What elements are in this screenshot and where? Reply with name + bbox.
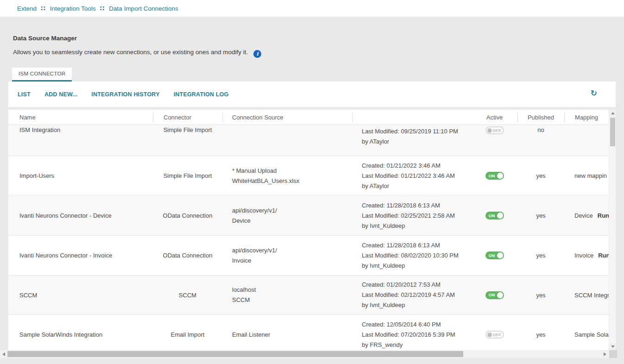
scroll-up-icon[interactable] xyxy=(609,110,616,117)
date-line: by Ivnt_Kuldeep xyxy=(362,300,472,310)
date-line: Last Modified: 07/20/2016 5:39 PM xyxy=(362,330,472,340)
toggle-knob xyxy=(487,333,492,337)
cell-connection-source: Email Listener xyxy=(222,330,352,340)
cell-connection-source: * Manual Upload WhiteHatBLA_Users.xlsx xyxy=(222,166,352,186)
mapping-run-link[interactable]: Run xyxy=(598,252,609,259)
mapping-label: Invoice xyxy=(574,252,593,259)
refresh-icon[interactable]: ↻ xyxy=(591,89,597,97)
source-line: localhost xyxy=(232,285,352,295)
date-line: by ATaylor xyxy=(362,181,472,191)
horizontal-scrollbar-thumb[interactable] xyxy=(7,351,463,357)
connections-table: Name Connector Connection Source Active … xyxy=(8,110,616,350)
date-line: Created: 01/20/2012 7:53 AM xyxy=(362,280,472,290)
date-line: Created: 01/21/2022 3:46 AM xyxy=(362,161,472,171)
column-header-active[interactable]: Active xyxy=(472,114,517,121)
date-line: by ATaylor xyxy=(362,137,472,147)
date-line: by Ivnt_Kuldeep xyxy=(362,221,472,231)
cell-published: yes xyxy=(517,212,564,219)
date-line: Last Modified: 01/21/2022 3:46 AM xyxy=(362,171,472,181)
toggle-knob xyxy=(497,213,503,219)
column-header-mapping[interactable]: Mapping xyxy=(564,114,609,121)
cell-mapping: new mappin xyxy=(564,172,609,179)
date-line: Created: 11/28/2018 6:13 AM xyxy=(362,240,472,251)
mapping-label: Sample Sola xyxy=(574,331,609,338)
scroll-right-icon[interactable] xyxy=(601,350,608,358)
page-description: Allows you to seamlessly create new conn… xyxy=(13,49,261,58)
table-row[interactable]: Ivanti Neurons Connector - Invoice OData… xyxy=(8,236,609,276)
toggle-knob xyxy=(497,173,503,179)
breadcrumb-link-extend[interactable]: Extend xyxy=(17,5,37,12)
toggle-state-label: ON xyxy=(489,213,495,218)
cell-mapping: Sample Sola xyxy=(564,331,609,338)
active-toggle[interactable]: ON xyxy=(485,172,504,180)
date-line: Last Modified: 02/12/2019 4:57 AM xyxy=(362,290,472,300)
column-header-published[interactable]: Published xyxy=(517,114,564,121)
cell-connector: Email Import xyxy=(153,331,222,338)
vertical-scrollbar-thumb[interactable] xyxy=(610,118,615,146)
toggle-state-label: ON xyxy=(489,293,495,297)
date-line: Last Modified: 08/02/2020 10:30 PM xyxy=(362,251,472,261)
table-row[interactable]: Ivanti Neurons Connector - Device OData … xyxy=(8,196,609,236)
source-line: Email Listener xyxy=(232,330,352,340)
toolbar-item-integration-log[interactable]: INTEGRATION LOG xyxy=(174,91,229,98)
cell-connector: OData Connection xyxy=(153,252,222,259)
source-line: WhiteHatBLA_Users.xlsx xyxy=(232,176,352,186)
table-row[interactable]: Import-Users Simple File Import * Manual… xyxy=(8,156,609,196)
cell-dates: Last Modified: 09/25/2019 11:10 PM by AT… xyxy=(352,126,472,147)
cell-name: Sample SolarWinds Integration xyxy=(8,331,153,338)
source-line: * Manual Upload xyxy=(232,166,352,176)
toggle-state-label: OFF xyxy=(493,333,502,337)
scrollbar-corner xyxy=(609,350,617,358)
toolbar-item-list[interactable]: LIST xyxy=(18,91,31,98)
column-divider xyxy=(564,113,565,122)
cell-connector: Simple File Import xyxy=(153,172,222,179)
active-toggle[interactable]: OFF xyxy=(485,331,504,339)
cell-published: yes xyxy=(517,252,564,259)
cell-published: yes xyxy=(517,292,564,299)
table-header-row: Name Connector Connection Source Active … xyxy=(8,110,609,125)
column-divider xyxy=(153,113,153,122)
active-toggle[interactable]: ON xyxy=(485,212,504,220)
table-row[interactable]: ISM Integration Simple File Import Last … xyxy=(8,125,609,156)
cell-published: no xyxy=(517,126,564,133)
column-header-connection-source[interactable]: Connection Source xyxy=(222,114,352,121)
table-row[interactable]: SCCM SCCM localhost SCCM Created: 01/20/… xyxy=(8,276,609,315)
active-toggle[interactable]: OFF xyxy=(485,126,504,134)
cell-dates: Created: 12/05/2014 6:40 PM Last Modifie… xyxy=(352,320,472,350)
column-header-connector[interactable]: Connector xyxy=(153,114,222,121)
vertical-scrollbar[interactable] xyxy=(609,110,616,350)
scroll-left-icon[interactable] xyxy=(0,350,7,358)
toolbar-item-integration-history[interactable]: INTEGRATION HISTORY xyxy=(91,91,159,98)
table-row[interactable]: Sample SolarWinds Integration Email Impo… xyxy=(8,315,609,350)
toggle-state-label: ON xyxy=(489,174,495,178)
mapping-label: Device xyxy=(574,212,593,219)
cell-dates: Created: 11/28/2018 6:13 AM Last Modifie… xyxy=(352,201,472,231)
cell-dates: Created: 01/20/2012 7:53 AM Last Modifie… xyxy=(352,280,472,310)
mapping-run-link[interactable]: Run xyxy=(598,212,609,219)
active-toggle[interactable]: ON xyxy=(485,251,504,259)
mapping-label: SCCM Integr xyxy=(574,292,609,299)
tab-ism-connector[interactable]: ISM CONNECTOR xyxy=(12,68,72,82)
info-icon[interactable]: i xyxy=(253,50,261,58)
active-toggle[interactable]: ON xyxy=(485,291,504,299)
scroll-down-icon[interactable] xyxy=(609,343,616,350)
date-line: Last Modified: 02/25/2021 2:58 AM xyxy=(362,211,472,221)
column-divider xyxy=(352,113,353,122)
toolbar: LIST ADD NEW... INTEGRATION HISTORY INTE… xyxy=(8,82,616,107)
table-body: ISM Integration Simple File Import Last … xyxy=(8,125,609,350)
breadcrumb-separator-icon: ∷ xyxy=(100,5,105,12)
date-line: Created: 11/28/2018 6:13 AM xyxy=(362,201,472,211)
top-bar: Extend ∷ Integration Tools ∷ Data Import… xyxy=(0,0,624,17)
column-divider xyxy=(517,113,518,122)
toggle-knob xyxy=(497,292,503,298)
breadcrumb-link-integration-tools[interactable]: Integration Tools xyxy=(50,5,96,12)
horizontal-scrollbar[interactable] xyxy=(0,350,609,358)
source-line: SCCM xyxy=(232,295,352,305)
cell-connection-source: api/discovery/v1/ Invoice xyxy=(222,245,352,266)
breadcrumb-link-data-import-connections[interactable]: Data Import Connections xyxy=(109,5,178,12)
cell-dates: Created: 01/21/2022 3:46 AM Last Modifie… xyxy=(352,161,472,191)
column-header-name[interactable]: Name xyxy=(8,114,153,121)
cell-published: yes xyxy=(517,331,564,338)
cell-connector: Simple File Import xyxy=(153,126,222,133)
toolbar-item-add-new[interactable]: ADD NEW... xyxy=(44,91,77,98)
